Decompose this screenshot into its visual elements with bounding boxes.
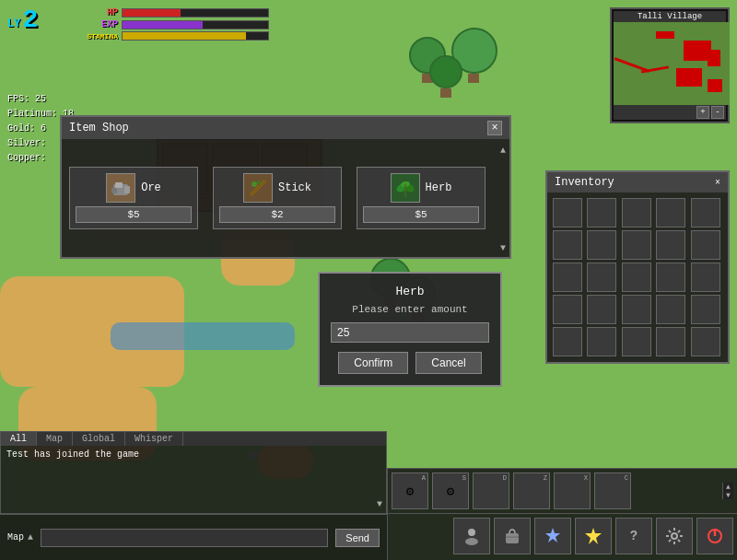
inventory-close-button[interactable]: × bbox=[715, 178, 720, 188]
inv-cell-1[interactable] bbox=[553, 198, 582, 228]
level-label: LY bbox=[7, 18, 20, 30]
settings-button[interactable] bbox=[656, 518, 693, 554]
shop-header: Item Shop × bbox=[62, 117, 509, 139]
tree-3 bbox=[424, 55, 468, 99]
inv-cell-15[interactable] bbox=[691, 262, 720, 292]
stick-price: $2 bbox=[219, 206, 335, 223]
quest-button[interactable] bbox=[575, 518, 612, 554]
svg-marker-17 bbox=[585, 528, 602, 544]
inv-cell-3[interactable] bbox=[622, 198, 651, 228]
shop-close-button[interactable]: × bbox=[487, 121, 502, 135]
inv-cell-19[interactable] bbox=[656, 295, 685, 324]
hotbar-slot-z[interactable]: Z bbox=[513, 472, 550, 509]
chat-tab-map[interactable]: Map bbox=[37, 432, 73, 446]
hotbar-slot-d[interactable]: D bbox=[473, 472, 509, 509]
bag-button[interactable] bbox=[494, 518, 531, 554]
ore-icon bbox=[106, 173, 135, 203]
send-button[interactable]: Send bbox=[335, 529, 380, 547]
chat-input-bar: Map ▲ Send bbox=[0, 514, 387, 560]
dialog-title: Herb bbox=[331, 285, 489, 298]
inv-cell-13[interactable] bbox=[622, 262, 651, 292]
inv-cell-23[interactable] bbox=[622, 327, 651, 356]
minimap-controls[interactable]: + - bbox=[614, 105, 726, 120]
hotbar-slot-a[interactable]: ⚙ A bbox=[392, 472, 428, 509]
exp-bar-row: EXP bbox=[74, 19, 269, 29]
stick-row: Stick bbox=[243, 173, 311, 203]
hotbar-scroll-down[interactable]: ▼ bbox=[723, 491, 733, 499]
hp-bar-inner bbox=[123, 9, 181, 17]
ore-row: Ore bbox=[106, 173, 161, 203]
map-arrow[interactable]: ▲ bbox=[28, 532, 33, 542]
exp-bar-inner bbox=[123, 21, 203, 29]
amount-input[interactable] bbox=[331, 322, 489, 343]
shop-scroll-up[interactable]: ▲ bbox=[62, 139, 509, 159]
minimap: Talli Village + - bbox=[610, 7, 730, 123]
inv-cell-5[interactable] bbox=[691, 198, 720, 228]
level-value: 2 bbox=[22, 7, 38, 33]
inv-cell-14[interactable] bbox=[656, 262, 685, 292]
chat-tab-global[interactable]: Global bbox=[73, 432, 125, 446]
inv-cell-21[interactable] bbox=[553, 327, 582, 356]
hotbar-slot-s[interactable]: ⚙ S bbox=[432, 472, 469, 509]
power-button[interactable] bbox=[696, 518, 733, 554]
inv-cell-9[interactable] bbox=[656, 230, 685, 260]
hotbar-key-s: S bbox=[462, 474, 466, 482]
shop-item-ore[interactable]: Ore $5 bbox=[69, 167, 198, 229]
inv-cell-17[interactable] bbox=[587, 295, 616, 324]
inv-cell-18[interactable] bbox=[622, 295, 651, 324]
hotbar: ⚙ A ⚙ S D Z X C ▲ ▼ bbox=[387, 468, 737, 560]
inv-cell-20[interactable] bbox=[691, 295, 720, 324]
stamina-bar-inner bbox=[123, 32, 246, 40]
svg-rect-14 bbox=[506, 533, 519, 543]
hotbar-actions: ? bbox=[388, 514, 737, 558]
hotbar-slot-x[interactable]: X bbox=[554, 472, 591, 509]
chat-tab-all[interactable]: All bbox=[1, 432, 37, 446]
inv-cell-12[interactable] bbox=[587, 262, 616, 292]
inventory-panel: Inventory × bbox=[545, 170, 730, 364]
inv-cell-11[interactable] bbox=[553, 262, 582, 292]
help-button[interactable]: ? bbox=[615, 518, 652, 554]
stamina-label: STAMINA bbox=[74, 32, 118, 41]
skill-button[interactable] bbox=[534, 518, 571, 554]
inv-cell-2[interactable] bbox=[587, 198, 616, 228]
inv-cell-16[interactable] bbox=[553, 295, 582, 324]
inv-cell-10[interactable] bbox=[691, 230, 720, 260]
stamina-bar-row: STAMINA bbox=[74, 31, 269, 41]
hotbar-scroll-up[interactable]: ▲ bbox=[723, 483, 733, 491]
minimap-marker-3 bbox=[708, 50, 720, 66]
inv-cell-22[interactable] bbox=[587, 327, 616, 356]
shop-item-stick[interactable]: Stick $2 bbox=[213, 167, 342, 229]
inv-cell-7[interactable] bbox=[587, 230, 616, 260]
inv-cell-4[interactable] bbox=[656, 198, 685, 228]
confirm-button[interactable]: Confirm bbox=[338, 352, 408, 374]
shop-scroll-down[interactable]: ▼ bbox=[62, 237, 509, 257]
chat-tab-whisper[interactable]: Whisper bbox=[125, 432, 183, 446]
character-button[interactable] bbox=[453, 518, 490, 554]
stick-name: Stick bbox=[278, 181, 311, 194]
inv-cell-24[interactable] bbox=[656, 327, 685, 356]
hotbar-top: ⚙ A ⚙ S D Z X C ▲ ▼ bbox=[388, 469, 737, 514]
minimap-zoom-out[interactable]: - bbox=[711, 106, 724, 119]
shop-item-herb[interactable]: Herb $5 bbox=[357, 167, 485, 229]
herb-name: Herb bbox=[426, 181, 452, 194]
inventory-grid bbox=[547, 192, 728, 362]
minimap-canvas bbox=[614, 22, 730, 105]
hotbar-slot-c[interactable]: C bbox=[594, 472, 631, 509]
inv-cell-8[interactable] bbox=[622, 230, 651, 260]
inv-cell-6[interactable] bbox=[553, 230, 582, 260]
svg-marker-16 bbox=[545, 528, 560, 542]
herb-row: Herb bbox=[391, 173, 452, 203]
inv-cell-25[interactable] bbox=[691, 327, 720, 356]
hotbar-slots: ⚙ A ⚙ S D Z X C bbox=[392, 472, 719, 509]
fps-stat: FPS: 25 bbox=[7, 92, 74, 107]
chat-scroll-arrow[interactable]: ▼ bbox=[377, 499, 382, 509]
minimap-zoom-in[interactable]: + bbox=[696, 106, 709, 119]
chat-text-input[interactable] bbox=[41, 529, 328, 547]
minimap-marker-2 bbox=[656, 31, 674, 39]
cancel-button[interactable]: Cancel bbox=[415, 352, 481, 374]
hotbar-scroll: ▲ ▼ bbox=[722, 483, 733, 499]
amount-dialog: Herb Please enter amount Confirm Cancel bbox=[318, 272, 502, 387]
svg-point-6 bbox=[252, 181, 257, 187]
dialog-buttons: Confirm Cancel bbox=[331, 352, 489, 374]
hotbar-key-z: Z bbox=[544, 474, 547, 482]
